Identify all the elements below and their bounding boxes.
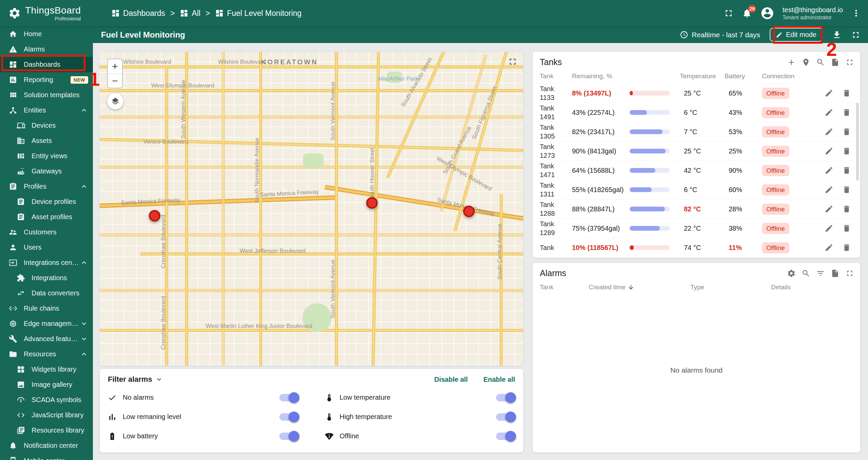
- alarms-search-button[interactable]: [802, 269, 810, 278]
- tank-row[interactable]: Tank 1273 90% (8413gal) 25 °C 25% Offlin…: [533, 141, 860, 161]
- sidebar-item-label: Home: [24, 30, 42, 38]
- time-window-button[interactable]: Realtime - last 7 days: [680, 30, 760, 39]
- map-fullscreen-button[interactable]: [508, 57, 518, 67]
- tank-row[interactable]: Tank 1311 55% (418265gal) 6 °C 60% Offli…: [533, 180, 860, 199]
- alarms-col-type[interactable]: Type: [690, 284, 771, 291]
- delete-tank-button[interactable]: [842, 224, 851, 233]
- enable-all-button[interactable]: Enable all: [484, 376, 515, 383]
- disable-all-button[interactable]: Disable all: [434, 376, 468, 383]
- sidebar-item-advanced-features[interactable]: Advanced features: [0, 331, 93, 347]
- delete-tank-button[interactable]: [842, 243, 851, 252]
- toggle-low-remaning-level[interactable]: [279, 413, 298, 421]
- tanks-search-button[interactable]: [816, 58, 825, 67]
- sidebar-item-users[interactable]: Users: [0, 240, 93, 255]
- dashboard-fullscreen-button[interactable]: [851, 30, 861, 40]
- zoom-out-button[interactable]: −: [108, 74, 122, 88]
- delete-tank-button[interactable]: [842, 205, 851, 213]
- more-menu-button[interactable]: [851, 8, 861, 18]
- tanks-fullscreen-button[interactable]: [845, 58, 854, 67]
- sidebar-item-assets[interactable]: Assets: [0, 133, 93, 148]
- tank-row[interactable]: Tank 10% (118567L) 74 °C 11% Offline: [533, 238, 860, 257]
- tanks-plus-button[interactable]: [787, 58, 796, 67]
- breadcrumb-item-fuel-level-monitoring[interactable]: Fuel Level Monitoring: [215, 9, 301, 18]
- toggle-offline[interactable]: [496, 433, 515, 440]
- alarms-col-details[interactable]: Details: [771, 284, 853, 291]
- toggle-no-alarms[interactable]: [279, 394, 298, 401]
- delete-tank-button[interactable]: [842, 89, 851, 98]
- edit-tank-button[interactable]: [825, 166, 833, 175]
- edit-tank-button[interactable]: [825, 243, 833, 252]
- delete-tank-button[interactable]: [842, 127, 851, 136]
- toggle-low-battery[interactable]: [279, 433, 298, 440]
- sidebar-item-notification-center[interactable]: Notification center: [0, 438, 93, 453]
- edit-tank-button[interactable]: [825, 108, 833, 117]
- sidebar-item-rule-chains[interactable]: Rule chains: [0, 301, 93, 316]
- map[interactable]: Wilshire BoulevardWilshire BoulevardKORE…: [100, 52, 523, 365]
- sidebar-item-integrations-center[interactable]: Integrations center: [0, 255, 93, 270]
- tank-row[interactable]: Tank 1305 82% (23417L) 7 °C 53% Offline: [533, 122, 860, 141]
- delete-tank-button[interactable]: [842, 147, 851, 155]
- sidebar-item-image-gallery[interactable]: Image gallery: [0, 377, 93, 392]
- sidebar-item-javascript-library[interactable]: JavaScript library: [0, 407, 93, 423]
- edit-tank-button[interactable]: [825, 127, 833, 136]
- zoom-in-button[interactable]: +: [108, 59, 122, 74]
- sidebar-item-resources-library[interactable]: Resources library: [0, 423, 93, 438]
- alarms-fullscreen-button[interactable]: [845, 269, 854, 278]
- sidebar-item-entity-views[interactable]: Entity views: [0, 148, 93, 164]
- filter-alarms-header[interactable]: Filter alarms: [108, 375, 163, 384]
- sidebar-item-reporting[interactable]: Reporting NEW: [0, 72, 93, 87]
- tank-row[interactable]: Tank 1289 75% (37954gal) 22 °C 38% Offli…: [533, 218, 860, 238]
- sidebar-item-profiles[interactable]: Profiles: [0, 179, 93, 194]
- tank-row[interactable]: Tank 1471 64% (15688L) 42 °C 90% Offline: [533, 161, 860, 180]
- sidebar-item-edge-management[interactable]: Edge management: [0, 316, 93, 331]
- sidebar-item-devices[interactable]: Devices: [0, 118, 93, 133]
- delete-tank-button[interactable]: [842, 166, 851, 175]
- sidebar-item-gateways[interactable]: Gateways: [0, 164, 93, 179]
- sidebar-item-customers[interactable]: Customers: [0, 225, 93, 240]
- map-layers-button[interactable]: [107, 93, 123, 109]
- edit-tank-button[interactable]: [825, 147, 833, 155]
- notifications-button[interactable]: 29: [742, 8, 752, 18]
- export-dashboard-button[interactable]: [832, 30, 842, 40]
- delete-tank-button[interactable]: [842, 185, 851, 194]
- sidebar-item-solution-templates[interactable]: Solution templates: [0, 87, 93, 103]
- edit-tank-button[interactable]: [825, 205, 833, 213]
- tank-map-marker[interactable]: [149, 210, 160, 222]
- delete-tank-button[interactable]: [842, 108, 851, 117]
- sidebar-item-mobile-center[interactable]: Mobile center: [0, 453, 93, 460]
- sidebar-item-widgets-library[interactable]: Widgets library: [0, 362, 93, 377]
- alarm-filter-label: Low battery: [123, 432, 158, 440]
- edit-tank-button[interactable]: [825, 89, 833, 98]
- alarms-filter-button[interactable]: [816, 269, 825, 278]
- sidebar-item-asset-profiles[interactable]: Asset profiles: [0, 209, 93, 225]
- sidebar-item-entities[interactable]: Entities: [0, 103, 93, 118]
- fullscreen-button[interactable]: [724, 8, 734, 18]
- tank-row[interactable]: Tank 1491 43% (22574L) 6 °C 43% Offline: [533, 103, 860, 122]
- sidebar-item-resources[interactable]: Resources: [0, 347, 93, 362]
- alarms-file-button[interactable]: [831, 269, 840, 278]
- sidebar-item-device-profiles[interactable]: Device profiles: [0, 194, 93, 209]
- toggle-high-temperature[interactable]: [496, 413, 515, 421]
- sidebar-item-home[interactable]: Home: [0, 26, 93, 42]
- tank-map-marker[interactable]: [463, 206, 475, 217]
- alarms-gear-button[interactable]: [787, 269, 796, 278]
- sidebar-item-data-converters[interactable]: Data converters: [0, 286, 93, 301]
- user-info[interactable]: test@thingsboard.io Tenant administrator: [783, 5, 843, 21]
- sidebar-item-label: Assets: [32, 137, 52, 145]
- edit-tank-button[interactable]: [825, 185, 833, 194]
- tanks-scrollbar[interactable]: [856, 103, 859, 181]
- tank-row[interactable]: Tank 1133 8% (13497L) 25 °C 65% Offline: [533, 83, 860, 103]
- sidebar-item-scada-symbols[interactable]: SCADA symbols: [0, 392, 93, 407]
- edit-tank-button[interactable]: [825, 224, 833, 233]
- tank-map-marker[interactable]: [366, 197, 378, 209]
- breadcrumb-item-all[interactable]: All: [180, 9, 200, 18]
- alarms-col-tank[interactable]: Tank: [540, 284, 589, 291]
- tanks-pin-button[interactable]: [802, 58, 810, 67]
- toggle-low-temperature[interactable]: [496, 394, 515, 401]
- user-avatar[interactable]: [760, 6, 774, 20]
- alarms-col-created-time[interactable]: Created time: [589, 284, 690, 291]
- thingsboard-logo[interactable]: ThingsBoard Professional: [0, 6, 93, 21]
- sidebar-item-integrations[interactable]: Integrations: [0, 270, 93, 286]
- breadcrumb-item-dashboards[interactable]: Dashboards: [111, 9, 165, 18]
- tank-row[interactable]: Tank 1288 88% (28847L) 82 °C 28% Offline: [533, 199, 860, 218]
